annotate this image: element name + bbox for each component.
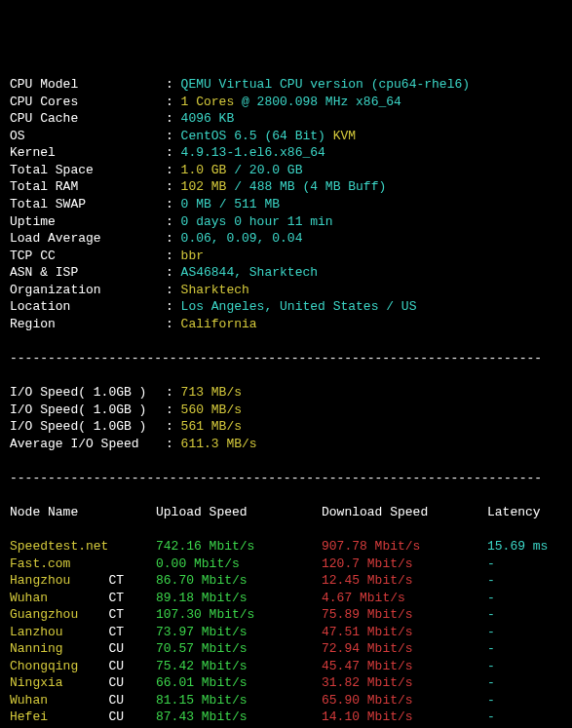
sys-total_space: Total Space: 1.0 GB / 20.0 GB <box>10 162 562 179</box>
divider: ----------------------------------------… <box>10 470 562 487</box>
separator: : <box>166 298 181 316</box>
separator: : <box>166 110 181 128</box>
upload-cell: 81.15 Mbit/s <box>156 692 322 709</box>
separator: : <box>166 230 181 248</box>
isp-tag: CU <box>108 659 124 673</box>
table-row: Guangzhou CT107.30 Mbit/s75.89 Mbit/s- <box>10 606 562 624</box>
divider: ----------------------------------------… <box>10 350 562 367</box>
value: 0 MB <box>181 196 211 213</box>
label: I/O Speed( 1.0GB ) <box>10 384 166 402</box>
separator: : <box>166 162 181 179</box>
upload-cell: 86.70 Mbit/s <box>156 572 322 590</box>
label: TCP CC <box>10 248 166 265</box>
node-cell: Wuhan CT <box>10 590 156 607</box>
download-cell: 14.10 Mbit/s <box>322 709 487 726</box>
table-row: Hefei CU87.43 Mbit/s14.10 Mbit/s- <box>10 709 562 726</box>
value: 561 MB/s <box>181 418 242 436</box>
table-row: Speedtest.net742.16 Mbit/s907.78 Mbit/s1… <box>10 538 562 556</box>
sys-total_ram: Total RAM: 102 MB / 488 MB (4 MB Buff) <box>10 178 562 196</box>
separator: : <box>166 384 181 402</box>
io-line: I/O Speed( 1.0GB ): 561 MB/s <box>10 418 562 436</box>
node-cell: Wuhan CU <box>10 692 156 709</box>
sys-cpu_cache: CPU Cache: 4096 KB <box>10 110 562 128</box>
upload-cell: 0.00 Mbit/s <box>156 556 322 573</box>
sys-uptime: Uptime: 0 days 0 hour 11 min <box>10 213 562 231</box>
sys-os: OS: CentOS 6.5 (64 Bit) KVM <box>10 128 562 145</box>
separator: : <box>166 213 181 231</box>
download-cell: 907.78 Mbit/s <box>322 538 487 556</box>
label: Organization <box>10 282 166 299</box>
upload-cell: 66.01 Mbit/s <box>156 674 322 692</box>
sys-asn_isp: ASN & ISP: AS46844, Sharktech <box>10 264 562 282</box>
label: Average I/O Speed <box>10 436 166 453</box>
sys-location: Location: Los Angeles, United States / U… <box>10 298 562 316</box>
separator: : <box>166 196 181 213</box>
col-download: Download Speed <box>322 504 487 521</box>
upload-cell: 107.30 Mbit/s <box>156 606 322 624</box>
latency-cell: - <box>487 590 562 607</box>
download-cell: 45.47 Mbit/s <box>322 658 487 675</box>
download-cell: 12.45 Mbit/s <box>322 572 487 590</box>
table-row: Chongqing CU75.42 Mbit/s45.47 Mbit/s- <box>10 658 562 675</box>
isp-tag: CU <box>108 675 124 690</box>
latency-cell: - <box>487 606 562 624</box>
node-name: Wuhan <box>10 693 108 708</box>
speedtest-header: Node NameUpload SpeedDownload SpeedLaten… <box>10 504 562 521</box>
separator: : <box>166 402 181 419</box>
value: 1 Cores <box>181 94 235 111</box>
label: Uptime <box>10 213 166 231</box>
latency-cell: 15.69 ms <box>487 538 562 556</box>
value: KVM <box>333 128 356 145</box>
separator: : <box>166 436 181 453</box>
value: 102 MB <box>181 178 227 196</box>
sys-region: Region: California <box>10 316 562 333</box>
io-line: Average I/O Speed: 611.3 MB/s <box>10 436 562 453</box>
download-cell: 31.82 Mbit/s <box>322 674 487 692</box>
upload-cell: 742.16 Mbit/s <box>156 538 322 556</box>
download-cell: 75.89 Mbit/s <box>322 606 487 624</box>
separator: : <box>166 248 181 265</box>
value: CentOS 6.5 (64 Bit) <box>181 128 333 145</box>
label: CPU Cores <box>10 94 166 111</box>
latency-cell: - <box>487 658 562 675</box>
download-cell: 47.51 Mbit/s <box>322 624 487 641</box>
download-cell: 4.67 Mbit/s <box>322 590 487 607</box>
latency-cell: - <box>487 709 562 726</box>
node-name: Nanning <box>10 641 108 656</box>
table-row: Lanzhou CT73.97 Mbit/s47.51 Mbit/s- <box>10 624 562 641</box>
label: ASN & ISP <box>10 264 166 282</box>
node-name: Hangzhou <box>10 573 108 588</box>
value: Los Angeles, United States / US <box>181 298 417 316</box>
col-node: Node Name <box>10 504 156 521</box>
table-row: Nanning CU70.57 Mbit/s72.94 Mbit/s- <box>10 640 562 658</box>
separator: : <box>166 264 181 282</box>
value: bbr <box>181 248 204 265</box>
node-cell: Guangzhou CT <box>10 606 156 624</box>
label: I/O Speed( 1.0GB ) <box>10 418 166 436</box>
value: / <box>226 162 248 179</box>
upload-cell: 70.57 Mbit/s <box>156 640 322 658</box>
value: AS46844, Sharktech <box>181 264 318 282</box>
io-line: I/O Speed( 1.0GB ): 560 MB/s <box>10 402 562 419</box>
speedtest-body: Speedtest.net742.16 Mbit/s907.78 Mbit/s1… <box>10 538 562 728</box>
value: 560 MB/s <box>181 402 242 419</box>
io-speed-block: I/O Speed( 1.0GB ): 713 MB/sI/O Speed( 1… <box>10 384 562 452</box>
upload-cell: 89.18 Mbit/s <box>156 590 322 607</box>
value: / <box>226 178 248 196</box>
separator: : <box>166 76 181 94</box>
node-name: Ningxia <box>10 675 108 690</box>
sys-cpu_cores: CPU Cores: 1 Cores @ 2800.098 MHz x86_64 <box>10 94 562 111</box>
label: CPU Model <box>10 76 166 94</box>
label: CPU Cache <box>10 110 166 128</box>
node-name: Speedtest.net <box>10 539 108 554</box>
value: 511 MB <box>234 196 280 213</box>
value: @ 2800.098 MHz x86_64 <box>234 94 401 111</box>
isp-tag: CT <box>108 591 124 605</box>
value: 4.9.13-1.el6.x86_64 <box>181 144 325 162</box>
table-row: Wuhan CU81.15 Mbit/s65.90 Mbit/s- <box>10 692 562 709</box>
latency-cell: - <box>487 674 562 692</box>
upload-cell: 75.42 Mbit/s <box>156 658 322 675</box>
isp-tag: CT <box>108 607 124 622</box>
isp-tag: CU <box>108 693 124 708</box>
sys-kernel: Kernel: 4.9.13-1.el6.x86_64 <box>10 144 562 162</box>
